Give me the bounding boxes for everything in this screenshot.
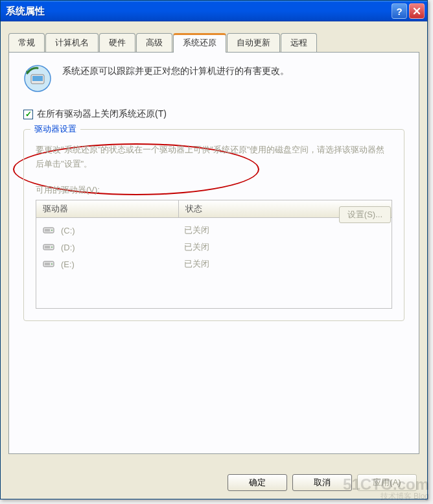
svg-point-8 [51,246,53,248]
drive-icon [43,226,56,235]
drive-status: 已关闭 [184,241,385,253]
svg-rect-4 [45,229,50,232]
close-icon [413,7,421,15]
group-title: 驱动器设置 [30,123,80,135]
svg-rect-7 [45,246,50,248]
drive-settings-group: 驱动器设置 要更改"系统还原"的状态或在一个驱动器上可供"系统还原"使用的磁盘空… [23,129,404,321]
table-row[interactable]: (C:) 已关闭 [36,222,392,239]
drive-name: (D:) [61,243,184,252]
drive-name: (C:) [61,226,184,235]
table-body: (C:) 已关闭 (D:) 已关闭 (E:) 已关闭 [36,218,392,309]
content-area: 常规 计算机名 硬件 高级 系统还原 自动更新 远程 系统还原可以跟 [1,21,427,461]
table-row[interactable]: (E:) 已关闭 [36,256,392,272]
ok-button[interactable]: 确定 [228,474,287,491]
disable-restore-label: 在所有驱动器上关闭系统还原(T) [37,108,167,120]
titlebar[interactable]: 系统属性 ? [1,1,427,21]
window-title: 系统属性 [6,5,390,18]
group-description: 要更改"系统还原"的状态或在一个驱动器上可供"系统还原"使用的磁盘空间，请选择该… [36,143,392,171]
tab-general[interactable]: 常规 [8,33,45,52]
tab-system-restore[interactable]: 系统还原 [173,33,226,53]
intro-text: 系统还原可以跟踪并更正对您的计算机进行的有害更改。 [62,64,289,78]
help-button[interactable]: ? [392,3,407,19]
close-button[interactable] [409,3,425,19]
cancel-button[interactable]: 取消 [292,474,352,491]
tab-auto-update[interactable]: 自动更新 [227,33,280,52]
col-drive[interactable]: 驱动器 [36,200,179,217]
svg-rect-2 [32,76,43,81]
drive-settings-button: 设置(S)... [339,206,391,223]
tab-computer-name[interactable]: 计算机名 [45,33,99,52]
drive-icon [43,259,56,269]
disable-restore-checkbox[interactable]: ✓ [23,110,33,119]
tab-strip: 常规 计算机名 硬件 高级 系统还原 自动更新 远程 [8,33,419,52]
svg-rect-10 [45,263,50,265]
table-row[interactable]: (D:) 已关闭 [36,239,392,256]
tab-remote[interactable]: 远程 [281,33,317,52]
drive-icon [43,243,56,252]
system-properties-window: 系统属性 ? 常规 计算机名 硬件 高级 系统还原 自动更新 远程 [0,0,428,499]
tab-panel: 系统还原可以跟踪并更正对您的计算机进行的有害更改。 ✓ 在所有驱动器上关闭系统还… [8,52,419,454]
disable-restore-checkbox-row[interactable]: ✓ 在所有驱动器上关闭系统还原(T) [23,108,404,120]
dialog-buttons: 确定 取消 应用(A) [1,474,427,491]
svg-point-5 [51,230,53,231]
apply-button: 应用(A) [357,474,417,491]
tab-advanced[interactable]: 高级 [136,33,172,52]
drive-status: 已关闭 [184,258,385,270]
drive-name: (E:) [61,259,184,269]
tab-hardware[interactable]: 硬件 [99,33,135,52]
system-restore-icon [23,64,52,93]
available-drives-label: 可用的驱动器(V): [36,184,392,196]
drive-status: 已关闭 [184,224,385,236]
svg-point-11 [51,263,53,265]
